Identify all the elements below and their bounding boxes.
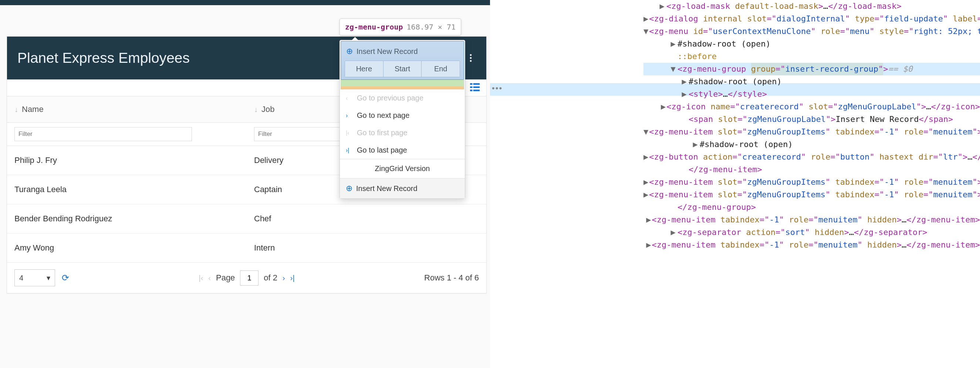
chevron-left-icon: ‹ [346, 95, 352, 102]
svg-point-5 [470, 60, 472, 62]
cell-name: Philip J. Fry [7, 146, 247, 175]
next-page-icon[interactable]: › [283, 274, 285, 282]
filter-input-name[interactable] [14, 127, 192, 141]
menu-item-label: Go to previous page [357, 94, 423, 102]
dom-node-close[interactable]: </zg-menu-group> [643, 201, 980, 214]
cell-name: Amy Wong [7, 233, 247, 262]
menu-item-first-page: |‹ Go to first page [340, 124, 465, 141]
devtools-elements-tree[interactable]: ▶<zg-load-mask default-load-mask>…</zg-l… [643, 0, 980, 251]
dom-node[interactable]: ▶<zg-menu-item slot="zgMenuGroupItems" t… [643, 176, 980, 189]
sort-icon: ↓ [14, 105, 18, 114]
insert-record-group: ⊕ Insert New Record Here Start End [340, 41, 464, 80]
pager: 4 ▾ ⟳ |‹ ‹ Page of 2 › ›| Rows 1 - 4 of … [7, 263, 486, 293]
grid-kebab-icon[interactable] [466, 54, 476, 62]
page-label: Page [216, 273, 235, 282]
page-input[interactable] [240, 270, 258, 286]
highlight-padding-overlay [340, 80, 464, 86]
svg-rect-7 [473, 83, 480, 85]
svg-rect-11 [473, 90, 480, 91]
svg-point-3 [470, 54, 472, 56]
menu-item-version[interactable]: ZingGrid Version [340, 159, 465, 178]
page-size-select[interactable]: 4 ▾ [14, 270, 55, 286]
layout-list-icon[interactable] [470, 83, 480, 92]
dom-node[interactable]: ▶<zg-load-mask default-load-mask>…</zg-l… [643, 0, 980, 13]
inspect-tooltip: zg-menu-group168.97 × 71 [339, 19, 461, 35]
dom-shadow-root[interactable]: ▶#shadow-root (open) [643, 38, 980, 50]
sort-icon: ↓ [254, 105, 258, 114]
last-page-icon: ›| [346, 147, 352, 154]
prev-page-icon[interactable]: ‹ [208, 274, 211, 282]
page-size-value: 4 [19, 274, 23, 282]
ellipsis-icon[interactable]: ••• [492, 84, 503, 93]
tooltip-tag: zg-menu-group [345, 22, 403, 32]
plus-circle-icon: ⊕ [346, 184, 352, 193]
cell-name: Bender Bending Rodriguez [7, 204, 247, 233]
svg-rect-6 [470, 83, 473, 85]
context-menu: ⊕ Insert New Record Here Start End ‹ Go … [339, 40, 465, 199]
segment-start[interactable]: Start [383, 61, 422, 77]
dom-node[interactable]: ▶<zg-icon name="createrecord" slot="zgMe… [643, 100, 980, 113]
cell-job: Intern [247, 233, 486, 262]
top-strip [0, 0, 490, 5]
caret-down-icon: ▾ [46, 273, 50, 282]
dom-node[interactable]: ▶<zg-separator action="sort" hidden>…</z… [643, 226, 980, 239]
page-of-label: of 2 [264, 273, 277, 282]
dom-shadow-root[interactable]: ▶#shadow-root (open) [643, 138, 980, 151]
menu-item-label: Insert New Record [356, 184, 417, 193]
menu-group-label: Insert New Record [356, 47, 418, 56]
table-row[interactable]: Amy Wong Intern [7, 233, 486, 263]
first-page-icon: |‹ [346, 130, 352, 136]
dom-pseudo[interactable]: ::before [643, 50, 980, 63]
app-viewport: Planet Express Employees ↓ Name ↓ [0, 0, 490, 368]
dom-node[interactable]: ▼<zg-menu-item slot="zgMenuGroupItems" t… [643, 125, 980, 138]
svg-point-4 [470, 57, 472, 59]
dom-shadow-root[interactable]: ▶#shadow-root (open) [643, 75, 980, 88]
dom-node-selected[interactable]: ▼<zg-menu-group group="insert-record-gro… [643, 63, 980, 75]
dom-node[interactable]: <span slot="zgMenuGroupLabel">Insert New… [643, 113, 980, 125]
column-label: Name [22, 105, 44, 114]
grid-title: Planet Express Employees [18, 50, 190, 66]
svg-rect-10 [470, 90, 473, 91]
chevron-right-icon: › [346, 112, 352, 119]
column-header-name[interactable]: ↓ Name [7, 97, 247, 122]
last-page-icon[interactable]: ›| [290, 274, 295, 282]
dom-node[interactable]: ▶<zg-dialog internal slot="dialogInterna… [643, 13, 980, 25]
svg-rect-8 [470, 86, 473, 88]
cell-job: Chef [247, 204, 486, 233]
dom-node[interactable]: ▼<zg-menu id="userContextMenuClone" role… [643, 25, 980, 38]
highlight-margin-overlay [340, 86, 464, 89]
menu-item-label: Go to first page [357, 128, 407, 137]
menu-item-label: Go to next page [357, 111, 409, 120]
menu-item-last-page[interactable]: ›| Go to last page [340, 141, 465, 159]
refresh-icon[interactable]: ⟳ [62, 273, 69, 283]
dom-node[interactable]: ▶<zg-menu-item tabindex="-1" role="menui… [643, 239, 980, 251]
segment-end[interactable]: End [422, 61, 460, 77]
insert-position-segmented: Here Start End [345, 60, 460, 77]
cell-name: Turanga Leela [7, 175, 247, 204]
plus-circle-icon: ⊕ [346, 46, 353, 56]
menu-item-next-page[interactable]: › Go to next page [340, 107, 465, 124]
menu-group-header[interactable]: ⊕ Insert New Record [342, 42, 463, 60]
dom-node[interactable]: ▶<style>…</style> [643, 88, 980, 100]
rows-summary: Rows 1 - 4 of 6 [424, 273, 479, 282]
tooltip-dimensions: 168.97 × 71 [407, 22, 456, 32]
dom-node[interactable]: ▶<zg-menu-item slot="zgMenuGroupItems" t… [643, 189, 980, 201]
dom-node[interactable]: ▶<zg-button action="createrecord" role="… [643, 151, 980, 163]
segment-here[interactable]: Here [345, 61, 383, 77]
menu-item-insert-record[interactable]: ⊕ Insert New Record [340, 178, 465, 198]
menu-item-prev-page: ‹ Go to previous page [340, 89, 465, 107]
column-label: Job [261, 105, 274, 114]
svg-rect-9 [473, 86, 480, 88]
dom-node[interactable]: ▶<zg-menu-item tabindex="-1" role="menui… [643, 214, 980, 226]
menu-item-label: Go to last page [357, 146, 407, 154]
table-row[interactable]: Bender Bending Rodriguez Chef [7, 204, 486, 233]
first-page-icon[interactable]: |‹ [199, 274, 203, 282]
dom-node-close[interactable]: </zg-menu-item> [643, 163, 980, 176]
